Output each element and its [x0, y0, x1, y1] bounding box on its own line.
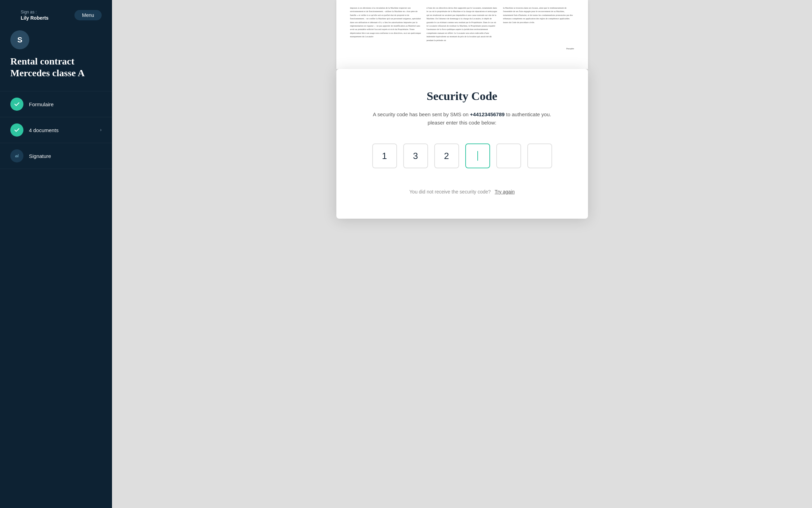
documents-label: 4 documents — [29, 127, 94, 133]
try-again-link[interactable]: Try again — [495, 189, 515, 195]
sidebar: Sign as : Lily Roberts Menu S Rental con… — [0, 0, 112, 508]
code-digit-2[interactable]: 3 — [403, 143, 428, 168]
app-container: Sign as : Lily Roberts Menu S Rental con… — [0, 0, 812, 508]
sidebar-item-documents[interactable]: 4 documents › — [0, 117, 112, 143]
sign-as-group: Sign as : Lily Roberts — [10, 10, 59, 21]
main-area: imposes à ces décisions à la circulation… — [112, 0, 812, 508]
documents-arrow-icon: › — [100, 127, 102, 133]
formulaire-label: Formulaire — [29, 101, 102, 107]
doc-col1-text: imposes à ces décisions à la circulation… — [350, 6, 421, 39]
doc-col3-text: la Machine se trouvera dans ses locaux, … — [503, 6, 574, 24]
check-icon-documents — [10, 123, 23, 137]
description-prefix: A security code has been sent by SMS on — [373, 111, 470, 117]
doc-col-3: la Machine se trouvera dans ses locaux, … — [503, 6, 574, 43]
modal-description: A security code has been sent by SMS on … — [364, 110, 560, 127]
sidebar-item-signature[interactable]: ai Signature — [0, 143, 112, 169]
doc-col2-text: à l'une de ces directives devra être sup… — [427, 6, 498, 42]
doc-paraphe: Paraphe — [350, 47, 574, 51]
code-digit-4[interactable] — [465, 143, 490, 168]
contract-title: Rental contract Mercedes classe A — [0, 56, 112, 79]
phone-number: +44123456789 — [470, 111, 505, 117]
check-icon-formulaire — [10, 98, 23, 111]
security-code-modal: Security Code A security code has been s… — [336, 69, 588, 219]
code-digit-6[interactable] — [527, 143, 552, 168]
menu-button[interactable]: Menu — [74, 10, 102, 20]
code-digit-5[interactable] — [496, 143, 521, 168]
doc-col-2: à l'une de ces directives devra être sup… — [427, 6, 498, 43]
user-name: Lily Roberts — [10, 14, 59, 21]
content-stack: imposes à ces décisions à la circulation… — [112, 0, 812, 219]
code-inputs: 1 3 2 — [372, 143, 552, 168]
resend-text: You did not receive the security code? T… — [409, 189, 515, 195]
sidebar-header: Sign as : Lily Roberts Menu — [0, 10, 112, 21]
document-snippet: imposes à ces décisions à la circulation… — [336, 0, 588, 69]
sidebar-nav: Formulaire 4 documents › ai Signature — [0, 91, 112, 169]
signature-icon: ai — [10, 149, 23, 162]
doc-col-1: imposes à ces décisions à la circulation… — [350, 6, 421, 43]
modal-title: Security Code — [427, 90, 497, 103]
resend-label: You did not receive the security code? — [409, 189, 491, 195]
code-digit-1[interactable]: 1 — [372, 143, 397, 168]
signature-label: Signature — [29, 153, 102, 159]
avatar: S — [10, 30, 29, 49]
sidebar-item-formulaire[interactable]: Formulaire — [0, 91, 112, 117]
code-digit-3[interactable]: 2 — [434, 143, 459, 168]
sign-as-label: Sign as : — [10, 10, 59, 14]
doc-columns: imposes à ces décisions à la circulation… — [350, 6, 574, 43]
